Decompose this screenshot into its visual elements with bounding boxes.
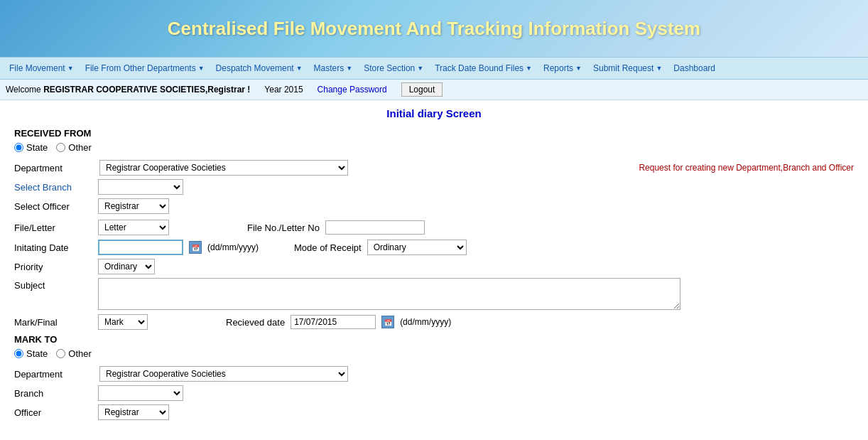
- navigation-bar: File Movement ▼ File From Other Departme…: [0, 57, 868, 80]
- welcome-message: Welcome REGISTRAR COOPERATIVE SOCIETIES,…: [6, 85, 250, 95]
- chevron-down-icon: ▼: [575, 65, 582, 72]
- file-no-label: File No./Letter No: [247, 222, 320, 233]
- app-title: Centralised File Movement And Tracking I…: [168, 18, 700, 40]
- mark-to-officer-row: Officer Registrar: [14, 404, 854, 420]
- mark-to-branch-label: Branch: [14, 388, 92, 399]
- branch-select[interactable]: [98, 179, 183, 195]
- initiating-date-format-hint: (dd/mm/yyyy): [207, 242, 259, 252]
- nav-despatch-movement[interactable]: Despatch Movement ▼: [210, 59, 308, 77]
- radio-other-input[interactable]: [56, 143, 65, 152]
- chevron-down-icon: ▼: [656, 65, 662, 72]
- chevron-down-icon: ▼: [296, 65, 303, 72]
- nav-file-movement[interactable]: File Movement ▼: [4, 59, 80, 77]
- chevron-down-icon: ▼: [346, 65, 352, 72]
- file-letter-select[interactable]: File Letter: [98, 220, 169, 235]
- nav-reports[interactable]: Reports ▼: [538, 59, 587, 77]
- radio-state-label[interactable]: State: [14, 142, 48, 153]
- app-header: Centralised File Movement And Tracking I…: [0, 0, 868, 57]
- nav-reports-label: Reports: [543, 63, 573, 73]
- nav-file-from-other[interactable]: File From Other Departments ▼: [80, 59, 210, 77]
- mark-to-officer-select[interactable]: Registrar: [98, 404, 169, 420]
- mark-to-radio-group: State Other: [14, 348, 854, 359]
- nav-submit-request[interactable]: Submit Request ▼: [587, 59, 668, 77]
- page-title: Initial diary Screen: [14, 107, 854, 119]
- initiating-date-label: Initating Date: [14, 242, 92, 253]
- nav-store-section-label: Store Section: [364, 63, 415, 73]
- mode-of-receipt-select[interactable]: Ordinary Urgent Registered Speed Post: [367, 240, 467, 255]
- chevron-down-icon: ▼: [417, 65, 423, 72]
- nav-file-movement-label: File Movement: [9, 63, 65, 73]
- priority-select[interactable]: Ordinary Urgent: [98, 259, 155, 274]
- main-content: Initial diary Screen RECEIVED FROM State…: [0, 100, 868, 431]
- radio-other-label[interactable]: Other: [56, 142, 92, 153]
- mark-to-dept-label: Department: [14, 369, 92, 380]
- chevron-down-icon: ▼: [526, 65, 532, 72]
- subject-textarea[interactable]: [98, 278, 680, 310]
- received-from-section-label: RECEIVED FROM: [14, 128, 854, 139]
- mark-to-branch-select[interactable]: [98, 385, 183, 401]
- subject-label: Subject: [14, 278, 92, 291]
- mark-final-label: Mark/Final: [14, 317, 92, 328]
- nav-file-from-other-label: File From Other Departments: [85, 63, 196, 73]
- chevron-down-icon: ▼: [198, 65, 205, 72]
- mark-to-radio-other-label[interactable]: Other: [56, 348, 92, 359]
- mark-to-radio-state-text: State: [26, 348, 48, 359]
- nav-dashboard[interactable]: Dashboard: [668, 59, 721, 77]
- nav-dashboard-label: Dashboard: [673, 63, 715, 73]
- nav-track-date-bound[interactable]: Track Date Bound Files ▼: [429, 59, 538, 77]
- nav-track-date-bound-label: Track Date Bound Files: [435, 63, 523, 73]
- nav-despatch-movement-label: Despatch Movement: [216, 63, 294, 73]
- initiating-date-calendar-icon[interactable]: 📅: [189, 241, 202, 254]
- create-dept-branch-link[interactable]: Request for creating new Department,Bran…: [639, 163, 854, 173]
- year-display: Year 2015: [264, 85, 303, 95]
- mark-to-dept-select[interactable]: Registrar Cooperative Societies: [99, 366, 348, 382]
- received-date-calendar-icon[interactable]: 📅: [381, 316, 394, 328]
- initiating-date-input[interactable]: [98, 240, 183, 255]
- branch-label: Select Branch: [14, 182, 92, 193]
- department-label: Department: [14, 163, 92, 173]
- mark-to-section-label: MARK TO: [14, 334, 854, 345]
- mark-to-radio-state-label[interactable]: State: [14, 348, 48, 359]
- radio-state-input[interactable]: [14, 143, 23, 152]
- department-select[interactable]: Registrar Cooperative Societies: [99, 160, 348, 176]
- mode-of-receipt-label: Mode of Receipt: [294, 242, 362, 253]
- nav-store-section[interactable]: Store Section ▼: [358, 59, 429, 77]
- radio-state-text: State: [26, 142, 48, 153]
- received-date-format-hint: (dd/mm/yyyy): [400, 317, 451, 327]
- received-from-radio-group: State Other: [14, 142, 854, 153]
- welcome-bar: Welcome REGISTRAR COOPERATIVE SOCIETIES,…: [0, 80, 868, 100]
- nav-submit-request-label: Submit Request: [593, 63, 653, 73]
- chevron-down-icon: ▼: [67, 65, 74, 72]
- branch-row: Select Branch: [14, 179, 854, 195]
- mark-final-select[interactable]: Mark Final: [98, 314, 148, 330]
- mark-to-officer-label: Officer: [14, 407, 92, 418]
- received-date-input[interactable]: [291, 315, 376, 329]
- nav-masters-label: Masters: [314, 63, 345, 73]
- officer-label: Select Officer: [14, 201, 92, 212]
- radio-other-text: Other: [68, 142, 92, 153]
- mark-to-radio-state-input[interactable]: [14, 349, 23, 358]
- file-no-input[interactable]: [325, 220, 425, 235]
- mark-to-radio-other-input[interactable]: [56, 349, 65, 358]
- priority-label: Priority: [14, 262, 92, 272]
- officer-select[interactable]: Registrar: [98, 198, 169, 214]
- mark-to-radio-other-text: Other: [68, 348, 92, 359]
- logout-button[interactable]: Logout: [401, 82, 443, 97]
- mark-to-branch-row: Branch: [14, 385, 854, 401]
- change-password-link[interactable]: Change Password: [318, 85, 387, 95]
- nav-masters[interactable]: Masters ▼: [308, 59, 359, 77]
- received-date-label: Recieved date: [226, 317, 285, 328]
- officer-row: Select Officer Registrar: [14, 198, 854, 214]
- file-letter-label: File/Letter: [14, 222, 92, 233]
